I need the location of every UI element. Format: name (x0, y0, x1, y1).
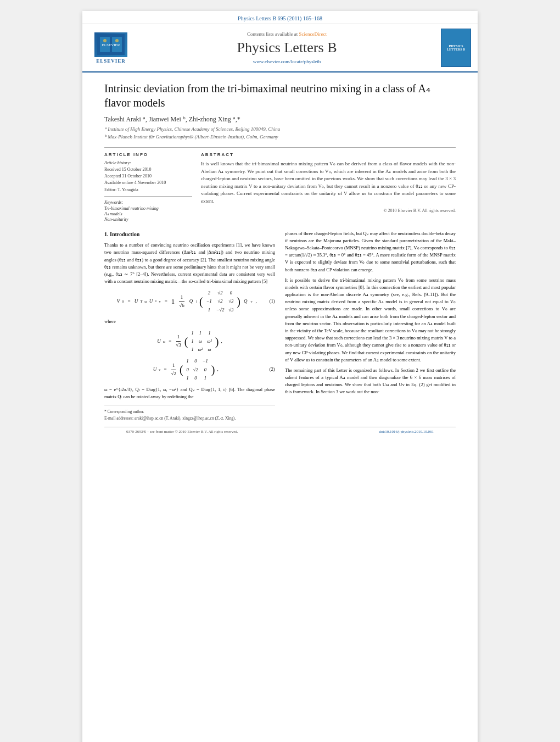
svg-point-5 (115, 39, 119, 42)
right-body-column: phases of three charged-lepton fields, b… (285, 230, 456, 421)
left-body-column: 1. Introduction Thanks to a number of co… (104, 230, 275, 421)
article-content: Intrinsic deviation from the tri-bimaxim… (82, 72, 478, 445)
footnote-email: E-mail addresses: araki@ihep.ac.cn (T. A… (104, 415, 275, 421)
equation-uomega: Uω = 1 √3 ( 111 1ωω² 1ω²ω ) , (104, 330, 275, 354)
journal-url[interactable]: www.elsevier.com/locate/physletb (138, 59, 435, 64)
authors-line: Takeshi Araki ᵃ, Jianwei Mei ᵇ, Zhi-zhon… (104, 115, 456, 124)
journal-banner: ELSEVIER ELSEVIER Contents lists availab… (82, 24, 478, 72)
editor-line: Editor: T. Yanagida (104, 187, 192, 193)
keyword-2: A₄ models (104, 211, 192, 216)
equation-1: V0 = UTω U*ν = 1 1 √6 Ql ( (104, 289, 275, 314)
keywords-label: Keywords: (104, 200, 192, 205)
elsevier-text: ELSEVIER (96, 58, 126, 64)
elsevier-logo: ELSEVIER ELSEVIER (89, 32, 133, 64)
svg-point-4 (103, 39, 107, 42)
right-para2: It is possible to derive the tri-bimaxim… (285, 277, 456, 364)
sciencedirect-line: Contents lists available at ScienceDirec… (138, 31, 435, 37)
section1-para1: Thanks to a number of convincing neutrin… (104, 242, 275, 285)
journal-thumbnail: PHYSICS LETTERS B (441, 29, 471, 67)
keyword-1: Tri-bimaximal neutrino mixing (104, 206, 192, 211)
bottom-bar: 0370-2693/$ – see front matter © 2010 El… (104, 427, 456, 436)
keywords-section: Tri-bimaximal neutrino mixing A₄ models … (104, 206, 192, 222)
affiliation-b: ᵇ Max-Planck-Institut für Gravitationsph… (104, 133, 456, 141)
eq2-number: (2) (270, 366, 276, 373)
info-abstract-section: ARTICLE INFO Article history: Received 1… (104, 147, 456, 222)
abstract-heading: ABSTRACT (201, 152, 456, 157)
equation-unu: Uν = 1 √2 ( 10−1 0√20 101 (104, 358, 275, 382)
abstract-column: ABSTRACT It is well known that the tri-b… (201, 152, 456, 222)
section1-title: 1. Introduction (104, 230, 275, 239)
right-para3: The remaining part of this Letter is org… (285, 367, 456, 396)
doi-link[interactable]: doi:10.1016/j.physletb.2010.10.061 (379, 429, 434, 434)
affiliation-a: ᵃ Institute of High Energy Physics, Chin… (104, 126, 456, 133)
footnotes: * Corresponding author. E-mail addresses… (104, 405, 275, 421)
thumbnail-label: PHYSICS LETTERS B (444, 44, 468, 51)
svg-text:ELSEVIER: ELSEVIER (102, 43, 120, 47)
article-info-column: ARTICLE INFO Article history: Received 1… (104, 152, 192, 222)
body-columns: 1. Introduction Thanks to a number of co… (104, 230, 456, 421)
section1-para2: ω = e^{i2π/3}, Qₗ = Diag{1, ω, −ω²} and … (104, 386, 275, 400)
right-para1: phases of three charged-lepton fields, b… (285, 230, 456, 274)
journal-main-title: Physics Letters B (138, 39, 435, 56)
article-title: Intrinsic deviation from the tri-bimaxim… (104, 81, 456, 110)
sciencedirect-link[interactable]: ScienceDirect (299, 31, 327, 37)
journal-citation: Physics Letters B 695 (2011) 165–168 (82, 11, 478, 24)
academic-paper-page: Physics Letters B 695 (2011) 165–168 ELS… (82, 11, 478, 742)
accepted-date: Accepted 31 October 2010 (104, 173, 192, 179)
logo-graphic: ELSEVIER (94, 32, 127, 57)
available-date: Available online 4 November 2010 (104, 180, 192, 186)
affiliations: ᵃ Institute of High Energy Physics, Chin… (104, 126, 456, 141)
eq1-number: (1) (270, 298, 276, 305)
where-text: where (104, 318, 275, 325)
article-info-heading: ARTICLE INFO (104, 152, 192, 157)
info-divider (104, 196, 192, 197)
copyright-line: © 2010 Elsevier B.V. All rights reserved… (201, 208, 456, 213)
keyword-3: Non-unitarity (104, 217, 192, 222)
abstract-text: It is well known that the tri-bimaximal … (201, 160, 456, 205)
contents-text: Contents lists available at (247, 31, 298, 37)
footnote-corresponding: * Corresponding author. (104, 409, 275, 415)
citation-text: Physics Letters B 695 (2011) 165–168 (238, 15, 322, 21)
issn-text: 0370-2693/$ – see front matter © 2010 El… (126, 429, 238, 434)
journal-title-area: Contents lists available at ScienceDirec… (133, 31, 441, 64)
history-label: Article history: (104, 160, 192, 165)
received-date: Received 15 October 2010 (104, 166, 192, 172)
